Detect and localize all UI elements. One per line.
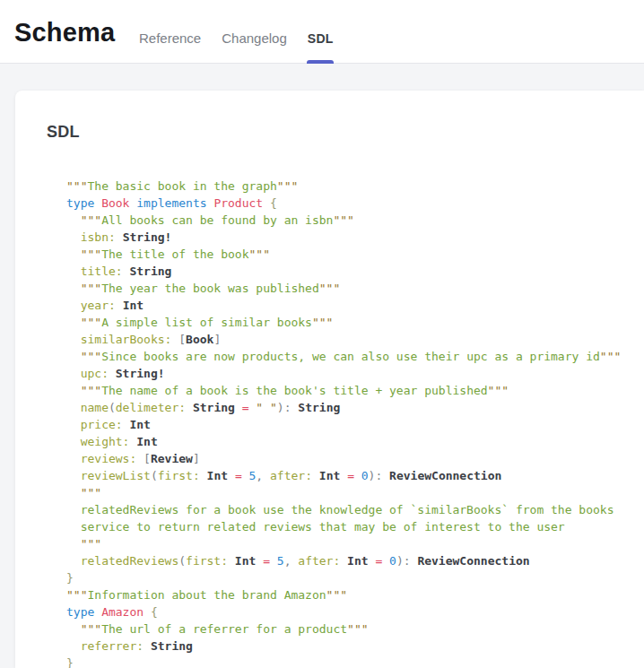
tab-reference[interactable]: Reference	[139, 30, 201, 48]
schema-header: Schema ReferenceChangelogSDL	[0, 0, 644, 64]
active-tab-underline	[307, 60, 334, 64]
schema-tabs: ReferenceChangelogSDL	[139, 30, 334, 48]
code-line: year: Int	[66, 297, 644, 314]
code-line: reviews: [Review]	[66, 450, 644, 467]
code-line: }	[66, 569, 644, 586]
code-line: isbn: String!	[66, 229, 644, 246]
code-line: type Book implements Product {	[66, 195, 644, 212]
code-line: }	[66, 655, 644, 668]
code-line: """Since books are now products, we can …	[66, 348, 644, 365]
code-line: """	[66, 484, 644, 501]
sdl-code: """The basic book in the graph"""type Bo…	[66, 178, 644, 668]
code-line: weight: Int	[66, 433, 644, 450]
sdl-heading: SDL	[47, 122, 644, 142]
code-line: title: String	[66, 263, 644, 280]
tab-changelog[interactable]: Changelog	[222, 30, 287, 48]
code-line: """Information about the brand Amazon"""	[66, 586, 644, 603]
code-line: service to return related reviews that m…	[66, 518, 644, 535]
code-line: """The title of the book"""	[66, 246, 644, 263]
code-line: """The year the book was published"""	[66, 280, 644, 297]
code-line: """The basic book in the graph"""	[66, 178, 644, 195]
code-line: referrer: String	[66, 638, 644, 655]
page-title: Schema	[14, 16, 115, 48]
code-line: """All books can be found by an isbn"""	[66, 212, 644, 229]
code-line: """The name of a book is the book's titl…	[66, 382, 644, 399]
code-line: price: Int	[66, 416, 644, 433]
code-line: similarBooks: [Book]	[66, 331, 644, 348]
tab-sdl[interactable]: SDL	[308, 30, 334, 48]
code-line: relatedReviews for a book use the knowle…	[66, 501, 644, 518]
code-line: upc: String!	[66, 365, 644, 382]
code-line: """A simple list of similar books"""	[66, 314, 644, 331]
code-line: relatedReviews(first: Int = 5, after: In…	[66, 552, 644, 569]
code-line: name(delimeter: String = " "): String	[66, 399, 644, 416]
sdl-card: SDL """The basic book in the graph"""typ…	[15, 91, 644, 668]
code-line: """The url of a referrer for a product""…	[66, 620, 644, 638]
content-area: SDL """The basic book in the graph"""typ…	[0, 64, 644, 668]
code-line: """	[66, 535, 644, 552]
code-line: type Amazon {	[66, 603, 644, 620]
code-line: reviewList(first: Int = 5, after: Int = …	[66, 467, 644, 484]
